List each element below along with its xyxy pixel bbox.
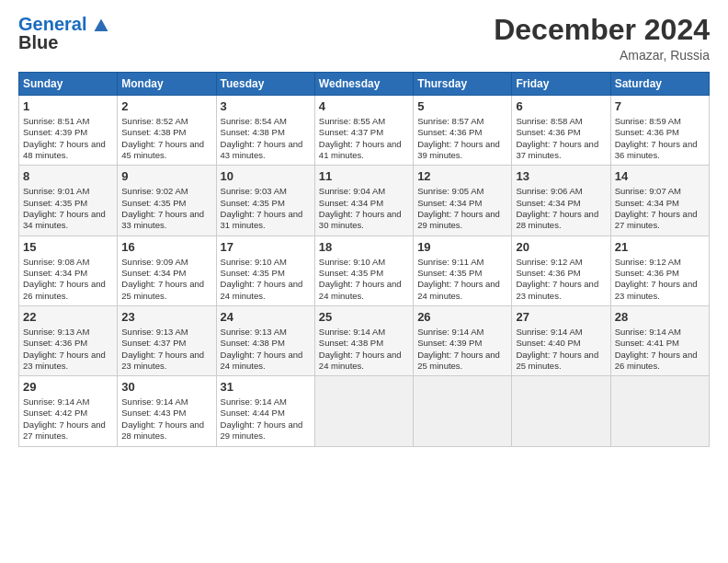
logo-icon xyxy=(93,17,109,34)
day-number: 17 xyxy=(221,240,311,256)
day-number: 20 xyxy=(516,240,606,256)
sunset-text: Sunset: 4:36 PM xyxy=(23,338,113,349)
day-number: 12 xyxy=(417,169,507,185)
sunrise-text: Sunrise: 9:13 AM xyxy=(221,327,311,338)
daylight-text: Daylight: 7 hours and 23 minutes. xyxy=(23,350,113,373)
sunset-text: Sunset: 4:38 PM xyxy=(221,127,311,138)
page: General Blue December 2024 Amazar, Russi… xyxy=(0,0,728,563)
daylight-text: Daylight: 7 hours and 24 minutes. xyxy=(319,279,409,302)
sunrise-text: Sunrise: 8:54 AM xyxy=(221,116,311,127)
sunrise-text: Sunrise: 9:05 AM xyxy=(417,186,507,197)
week-row-4: 22Sunrise: 9:13 AMSunset: 4:36 PMDayligh… xyxy=(19,305,710,375)
sunset-text: Sunset: 4:38 PM xyxy=(319,338,409,349)
svg-marker-0 xyxy=(95,18,108,31)
day-number: 10 xyxy=(221,169,311,185)
calendar-cell: 2Sunrise: 8:52 AMSunset: 4:38 PMDaylight… xyxy=(118,96,216,166)
sunset-text: Sunset: 4:35 PM xyxy=(417,268,507,279)
calendar-cell: 3Sunrise: 8:54 AMSunset: 4:38 PMDaylight… xyxy=(216,96,314,166)
subtitle: Amazar, Russia xyxy=(494,48,710,63)
calendar-cell: 7Sunrise: 8:59 AMSunset: 4:36 PMDaylight… xyxy=(610,96,709,166)
calendar-cell: 25Sunrise: 9:14 AMSunset: 4:38 PMDayligh… xyxy=(314,305,413,375)
daylight-text: Daylight: 7 hours and 45 minutes. xyxy=(121,139,211,162)
calendar-cell xyxy=(314,376,413,446)
sunrise-text: Sunrise: 9:04 AM xyxy=(319,186,409,197)
daylight-text: Daylight: 7 hours and 24 minutes. xyxy=(221,279,311,302)
day-number: 1 xyxy=(23,99,113,115)
sunrise-text: Sunrise: 8:52 AM xyxy=(121,116,211,127)
sunset-text: Sunset: 4:35 PM xyxy=(221,268,311,279)
calendar-cell: 22Sunrise: 9:13 AMSunset: 4:36 PMDayligh… xyxy=(19,305,118,375)
calendar-cell: 13Sunrise: 9:06 AMSunset: 4:34 PMDayligh… xyxy=(512,166,610,236)
day-number: 8 xyxy=(23,169,113,185)
calendar-cell: 1Sunrise: 8:51 AMSunset: 4:39 PMDaylight… xyxy=(19,96,118,166)
daylight-text: Daylight: 7 hours and 23 minutes. xyxy=(615,279,705,302)
day-number: 19 xyxy=(417,240,507,256)
sunrise-text: Sunrise: 8:59 AM xyxy=(615,116,705,127)
sunset-text: Sunset: 4:34 PM xyxy=(615,198,705,209)
sunrise-text: Sunrise: 9:06 AM xyxy=(516,186,606,197)
calendar-cell: 9Sunrise: 9:02 AMSunset: 4:35 PMDaylight… xyxy=(118,166,216,236)
title-block: December 2024 Amazar, Russia xyxy=(494,14,710,63)
sunrise-text: Sunrise: 9:12 AM xyxy=(516,257,606,268)
daylight-text: Daylight: 7 hours and 36 minutes. xyxy=(615,139,705,162)
daylight-text: Daylight: 7 hours and 33 minutes. xyxy=(121,209,211,232)
sunset-text: Sunset: 4:34 PM xyxy=(417,198,507,209)
daylight-text: Daylight: 7 hours and 25 minutes. xyxy=(516,350,606,373)
sunset-text: Sunset: 4:36 PM xyxy=(615,127,705,138)
day-number: 2 xyxy=(121,99,211,115)
daylight-text: Daylight: 7 hours and 28 minutes. xyxy=(516,209,606,232)
sunset-text: Sunset: 4:42 PM xyxy=(23,408,113,419)
sunset-text: Sunset: 4:35 PM xyxy=(121,198,211,209)
calendar-cell: 27Sunrise: 9:14 AMSunset: 4:40 PMDayligh… xyxy=(512,305,610,375)
calendar-cell: 28Sunrise: 9:14 AMSunset: 4:41 PMDayligh… xyxy=(610,305,709,375)
sunset-text: Sunset: 4:34 PM xyxy=(23,268,113,279)
calendar-table: SundayMondayTuesdayWednesdayThursdayFrid… xyxy=(18,72,710,446)
sunset-text: Sunset: 4:37 PM xyxy=(319,127,409,138)
day-number: 13 xyxy=(516,169,606,185)
day-number: 4 xyxy=(319,99,409,115)
daylight-text: Daylight: 7 hours and 26 minutes. xyxy=(615,350,705,373)
sunrise-text: Sunrise: 9:07 AM xyxy=(615,186,705,197)
daylight-text: Daylight: 7 hours and 28 minutes. xyxy=(121,419,211,442)
calendar-cell xyxy=(512,376,610,446)
calendar-cell: 26Sunrise: 9:14 AMSunset: 4:39 PMDayligh… xyxy=(414,305,512,375)
logo: General Blue xyxy=(18,14,109,53)
calendar-cell: 6Sunrise: 8:58 AMSunset: 4:36 PMDaylight… xyxy=(512,96,610,166)
calendar-cell: 10Sunrise: 9:03 AMSunset: 4:35 PMDayligh… xyxy=(216,166,314,236)
day-number: 26 xyxy=(417,310,507,326)
sunrise-text: Sunrise: 9:13 AM xyxy=(121,327,211,338)
week-row-1: 1Sunrise: 8:51 AMSunset: 4:39 PMDaylight… xyxy=(19,96,710,166)
sunset-text: Sunset: 4:41 PM xyxy=(615,338,705,349)
sunrise-text: Sunrise: 9:14 AM xyxy=(221,396,311,408)
sunrise-text: Sunrise: 9:13 AM xyxy=(23,327,113,338)
sunrise-text: Sunrise: 9:14 AM xyxy=(417,327,507,338)
daylight-text: Daylight: 7 hours and 25 minutes. xyxy=(417,350,507,373)
day-number: 24 xyxy=(221,310,311,326)
calendar-cell: 4Sunrise: 8:55 AMSunset: 4:37 PMDaylight… xyxy=(314,96,413,166)
header-wednesday: Wednesday xyxy=(314,73,413,96)
logo-text: General xyxy=(18,14,109,34)
day-number: 29 xyxy=(23,380,113,396)
day-number: 14 xyxy=(615,169,705,185)
daylight-text: Daylight: 7 hours and 43 minutes. xyxy=(221,139,311,162)
day-number: 7 xyxy=(615,99,705,115)
daylight-text: Daylight: 7 hours and 27 minutes. xyxy=(23,419,113,442)
day-number: 9 xyxy=(121,169,211,185)
day-number: 18 xyxy=(319,240,409,256)
day-number: 30 xyxy=(121,380,211,396)
sunrise-text: Sunrise: 9:11 AM xyxy=(417,257,507,268)
day-number: 11 xyxy=(319,169,409,185)
sunset-text: Sunset: 4:39 PM xyxy=(417,338,507,349)
sunrise-text: Sunrise: 9:08 AM xyxy=(23,257,113,268)
header-saturday: Saturday xyxy=(610,73,709,96)
sunset-text: Sunset: 4:34 PM xyxy=(516,198,606,209)
calendar-cell: 31Sunrise: 9:14 AMSunset: 4:44 PMDayligh… xyxy=(216,376,314,446)
main-title: December 2024 xyxy=(494,14,710,46)
daylight-text: Daylight: 7 hours and 29 minutes. xyxy=(417,209,507,232)
sunrise-text: Sunrise: 9:10 AM xyxy=(319,257,409,268)
day-number: 25 xyxy=(319,310,409,326)
sunrise-text: Sunrise: 9:14 AM xyxy=(516,327,606,338)
daylight-text: Daylight: 7 hours and 37 minutes. xyxy=(516,139,606,162)
calendar-cell xyxy=(414,376,512,446)
daylight-text: Daylight: 7 hours and 34 minutes. xyxy=(23,209,113,232)
